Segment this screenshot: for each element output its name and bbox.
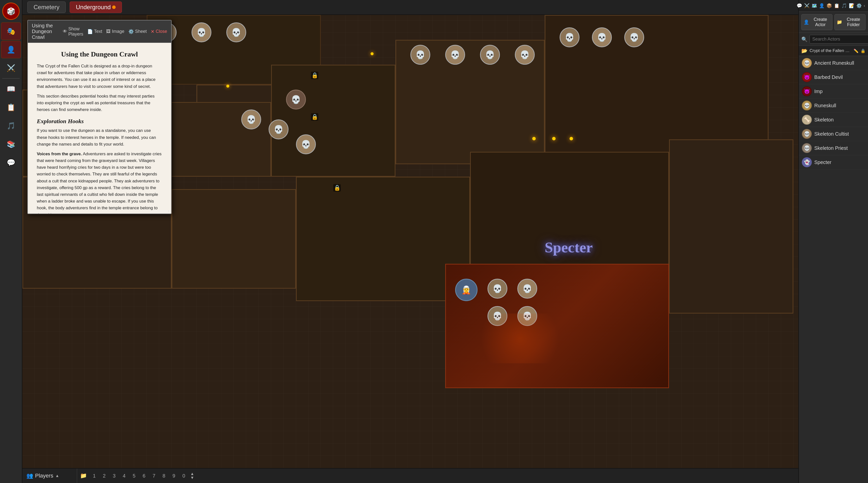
map-lock-3: 🔒 [333,184,341,191]
page-7[interactable]: 7 [150,471,158,480]
rs-icon-scenes[interactable]: 🗺️ [811,2,817,9]
folder-name: Crypt of the Fallen Cult - Creatu [810,48,851,53]
torch-5 [569,137,573,140]
page-2[interactable]: 2 [100,471,109,480]
close-button[interactable]: ✕ Close [151,29,167,34]
token-skeleton-9[interactable]: 💀 [445,45,465,65]
app-logo[interactable]: 🎲 [2,2,20,20]
rs-icon-playlists[interactable]: 🎵 [841,2,847,9]
actor-item-runeskull[interactable]: 💀 Runeskull [799,98,868,113]
page-3[interactable]: 3 [110,471,119,480]
sidebar-item-journal[interactable]: 📖 [1,80,21,97]
rs-icon-actors[interactable]: 👤 [819,2,825,9]
token-skeleton-6[interactable]: 💀 [286,90,306,110]
sidebar-item-playlists[interactable]: 🎵 [1,117,21,134]
page-6[interactable]: 6 [140,471,149,480]
actor-item-imp[interactable]: 😈 Imp [799,84,868,98]
avatar-skeleton: 🦴 [802,115,812,125]
token-skeleton-5[interactable]: 💀 [269,119,288,139]
players-section[interactable]: 👥 Players ▲ [22,469,77,483]
token-skeleton-11[interactable]: 💀 [515,45,535,65]
doc-section1-body: If you want to use the dungeon as a stan… [37,127,162,148]
right-sidebar-icon-row: 💬 ⚔️ 🗺️ 👤 📦 📋 🎵 📝 ⚙️ ‹ [799,0,868,12]
actor-item-skeleton[interactable]: 🦴 Skeleton [799,113,868,127]
token-skeleton-10[interactable]: 💀 [480,45,500,65]
person-icon: 👤 [804,20,809,25]
token-skeleton-4[interactable]: 💀 [241,110,261,129]
token-skeleton-13[interactable]: 💀 [592,27,612,47]
actor-name-specter: Specter [814,159,831,165]
page-vertical-arrows: ▲ ▼ [190,472,194,480]
actor-name-imp: Imp [814,89,823,94]
image-view-button[interactable]: 🖼 Image [106,29,124,34]
tab-underground-label: Underground [76,4,111,11]
create-folder-button[interactable]: 📁 Create Folder [834,14,866,30]
sidebar-item-compendium[interactable]: 📚 [1,135,21,153]
search-actors-input[interactable] [810,35,868,43]
tab-cemetery[interactable]: Cemetery [27,1,66,13]
token-skeleton-16[interactable]: 💀 [517,279,537,299]
rs-icon-chat[interactable]: 💬 [797,2,802,9]
page-0[interactable]: 0 [179,471,188,480]
tab-underground[interactable]: Underground [70,1,122,13]
folder-lock-icon[interactable]: 🔒 [861,49,866,53]
token-skeleton-14[interactable]: 💀 [624,27,644,47]
compendium-icon: 📚 [7,140,16,148]
actor-item-skeleton-priest[interactable]: 💀 Skeleton Priest [799,141,868,155]
rs-icon-settings[interactable]: ⚙️ [856,2,862,9]
document-titlebar: Using the Dungeon Crawl 👁 Show Players 📄… [28,21,171,43]
rs-icon-combat[interactable]: ⚔️ [804,2,810,9]
sidebar-item-actors[interactable]: 👤 [1,41,21,58]
page-8[interactable]: 8 [159,471,168,480]
token-skeleton-15[interactable]: 💀 [488,279,507,299]
doc-intro: The Crypt of the Fallen Cult is designed… [37,63,162,90]
token-skeleton-7[interactable]: 💀 [296,134,316,154]
doc-section1-title: Exploration Hooks [37,118,162,125]
token-skeleton-18[interactable]: 💀 [517,306,537,326]
journal-icon: 📖 [7,85,16,93]
page-4[interactable]: 4 [120,471,129,480]
sidebar-item-scenes[interactable]: 🎭 [1,22,21,40]
actor-item-ancient-runeskull[interactable]: 💀 Ancient Runeskull [799,56,868,70]
token-player-1[interactable]: 🧝 [455,279,477,301]
eye-icon: 👁 [63,29,67,34]
create-actor-button[interactable]: 👤 Create Actor [801,14,832,30]
actor-name-skeleton-priest: Skeleton Priest [814,145,848,151]
torch-4 [552,137,556,140]
text-view-button[interactable]: 📄 Text [87,29,102,34]
page-5[interactable]: 5 [130,471,138,480]
create-actor-label: Create Actor [810,17,830,27]
page-1[interactable]: 1 [90,471,99,480]
show-players-button[interactable]: 👁 Show Players [63,26,83,37]
rs-icon-journal[interactable]: 📋 [834,2,839,9]
token-skeleton-3[interactable]: 💀 [226,22,246,42]
torch-3 [532,137,536,140]
actor-item-specter[interactable]: 👻 Specter [799,155,868,170]
page-9[interactable]: 9 [169,471,178,480]
folder-edit-icon[interactable]: ✏️ [854,49,859,53]
actor-item-skeleton-cultist[interactable]: 💀 Skeleton Cultist [799,127,868,141]
torch-2 [371,52,374,55]
top-bar: Cemetery Underground [22,0,798,15]
token-skeleton-2[interactable]: 💀 [191,22,211,42]
sidebar-item-tables[interactable]: 📋 [1,98,21,116]
avatar-skeleton-priest: 💀 [802,143,812,153]
rs-collapse-button[interactable]: ‹ [864,2,865,9]
actor-item-barbed-devil[interactable]: 👿 Barbed Devil [799,70,868,84]
playlists-icon: 🎵 [7,122,16,130]
search-bar: 🔍 ⇅ [799,33,868,46]
token-skeleton-8[interactable]: 💀 [410,45,430,65]
sheet-button[interactable]: ⚙️ Sheet [128,29,147,34]
resize-handle[interactable]: ⬞ [167,209,170,213]
page-down-arrow[interactable]: ▼ [190,476,194,480]
token-skeleton-12[interactable]: 💀 [560,27,580,47]
rs-icon-tables[interactable]: 📝 [849,2,854,9]
sidebar-item-chat[interactable]: 💬 [1,154,21,171]
page-up-arrow[interactable]: ▲ [190,472,194,476]
token-skeleton-17[interactable]: 💀 [488,306,507,326]
sidebar-item-items[interactable]: ⚔️ [1,59,21,77]
new-folder-icon[interactable]: 📁 [80,473,87,479]
tab-active-indicator [112,5,116,9]
rs-icon-items[interactable]: 📦 [827,2,832,9]
doc-main-title: Using the Dungeon Crawl [37,50,162,58]
